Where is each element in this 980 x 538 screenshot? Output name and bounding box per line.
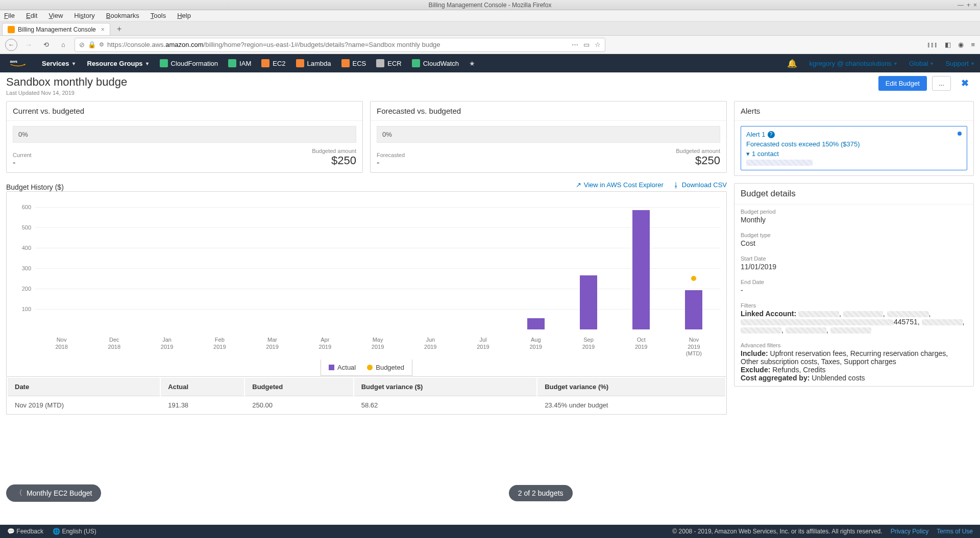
x-label: Dec2018 [88, 337, 140, 357]
aggregated-value: Cost aggregated by: Unblended costs [741, 374, 967, 382]
nav-shortcut-cloudformation[interactable]: CloudFormation [155, 59, 224, 67]
detail-value: 11/01/2019 [741, 263, 967, 271]
download-csv-link[interactable]: ⭳Download CSV [673, 181, 727, 189]
menu-file[interactable]: File [4, 12, 15, 19]
nav-shortcut-ec2[interactable]: EC2 [256, 59, 290, 67]
budgeted-value: $250 [676, 154, 720, 167]
table-cell: 191.38 [161, 397, 244, 413]
sidebar-icon[interactable]: ◧ [945, 41, 951, 48]
nav-home-button[interactable]: ⌂ [57, 39, 69, 51]
menu-bookmarks[interactable]: Bookmarks [106, 12, 139, 19]
budget-count: 2 of 2 budgets [509, 485, 573, 501]
svg-text:aws: aws [10, 59, 17, 64]
menu-tools[interactable]: Tools [151, 12, 166, 19]
forecast-label: Forecasted [377, 152, 405, 158]
table-cell: Nov 2019 (MTD) [8, 397, 160, 413]
current-value: - [13, 158, 32, 167]
x-label: Feb2019 [193, 337, 246, 357]
legend-budgeted: Budgeted [367, 364, 404, 371]
nav-shortcut-iam[interactable]: IAM [223, 59, 256, 67]
terms-link[interactable]: Terms of Use [937, 528, 973, 535]
x-label: Nov2018 [35, 337, 88, 357]
panel-title: Forecasted vs. budgeted [371, 101, 726, 121]
nav-pin-icon[interactable]: ★ [464, 60, 480, 67]
prev-budget-button[interactable]: 〈Monthly EC2 Budget [6, 484, 101, 502]
service-icon [261, 59, 270, 67]
privacy-link[interactable]: Privacy Policy [891, 528, 929, 535]
bar [580, 275, 597, 329]
reader-icon[interactable]: ▭ [583, 41, 590, 48]
window-maximize-icon[interactable]: + [967, 2, 970, 9]
x-label: Jan2019 [140, 337, 193, 357]
help-icon[interactable]: ? [768, 131, 775, 138]
detail-label: Budget type [741, 232, 967, 238]
nav-reload-button[interactable]: ⟲ [40, 39, 52, 51]
detail-label: Start Date [741, 255, 967, 262]
menu-edit[interactable]: Edit [26, 12, 37, 19]
detail-value: Monthly [741, 216, 967, 224]
bar [685, 290, 702, 329]
x-label: Mar2019 [246, 337, 299, 357]
library-icon[interactable]: ⫿⫿⫿ [927, 41, 938, 48]
table-header: Budget variance ($) [354, 378, 536, 396]
nav-account[interactable]: kgregory @ chariotsolutions▾ [803, 54, 903, 72]
bookmark-star-icon[interactable]: ☆ [595, 41, 601, 48]
edit-budget-button[interactable]: Edit Budget [878, 76, 927, 91]
alert-item[interactable]: Alert 1 ? Forecasted costs exceed 150% (… [741, 126, 967, 170]
nav-support[interactable]: Support▾ [939, 54, 980, 72]
nav-shortcut-cloudwatch[interactable]: CloudWatch [407, 59, 464, 67]
current-percent: 0% [13, 126, 356, 143]
permissions-icon: ⚙ [99, 41, 104, 48]
nav-back-button[interactable]: ← [5, 39, 17, 51]
new-tab-button[interactable]: + [113, 23, 126, 35]
detail-label: Advanced filters [741, 342, 967, 348]
more-actions-button[interactable]: ... [932, 76, 951, 91]
hamburger-icon[interactable]: ≡ [971, 41, 975, 48]
x-label: Jul2019 [457, 337, 509, 357]
service-icon [296, 59, 304, 67]
alert-contact-toggle[interactable]: ▾ 1 contact [746, 150, 962, 158]
history-title: Budget History ($) [6, 183, 64, 191]
nav-region[interactable]: Global▾ [903, 54, 940, 72]
browser-tab[interactable]: Billing Management Console × [2, 23, 110, 35]
budgeted-label: Budgeted amount [312, 148, 356, 154]
window-minimize-icon[interactable]: — [958, 2, 964, 9]
nav-shortcut-lambda[interactable]: Lambda [291, 59, 336, 67]
service-icon [412, 59, 420, 67]
forecast-percent: 0% [377, 126, 720, 143]
budget-details-panel: Budget details Budget periodMonthly Budg… [734, 183, 974, 387]
budget-pager: 〈Monthly EC2 Budget 2 of 2 budgets [0, 484, 980, 502]
current-vs-budgeted-panel: Current vs. budgeted 0% Current- Budgete… [6, 101, 363, 173]
window-title: Billing Management Console - Mozilla Fir… [429, 2, 552, 9]
menu-history[interactable]: History [74, 12, 94, 19]
feedback-link[interactable]: 💬 Feedback [7, 528, 43, 535]
x-label: Aug2019 [509, 337, 562, 357]
url-bar[interactable]: ⊘ 🔒 ⚙ https://console.aws.amazon.com/bil… [75, 38, 605, 52]
nav-shortcut-ecs[interactable]: ECS [336, 59, 372, 67]
table-header: Actual [161, 378, 244, 396]
tab-title: Billing Management Console [18, 26, 96, 33]
account-icon[interactable]: ◉ [958, 41, 964, 48]
page-header: Sandbox monthly budge Last Updated Nov 1… [0, 72, 980, 101]
nav-shortcut-ecr[interactable]: ECR [371, 59, 406, 67]
nav-services[interactable]: Services▾ [36, 54, 81, 72]
nav-notifications[interactable]: 🔔 [781, 54, 803, 72]
close-panel-icon[interactable]: ✖ [956, 75, 974, 91]
menu-help[interactable]: Help [177, 12, 191, 19]
aws-logo-icon[interactable]: aws [0, 58, 36, 69]
x-label: Oct2019 [615, 337, 668, 357]
linked-account-value: Linked Account: , , , 445751, , , , [741, 310, 967, 334]
detail-value: Cost [741, 239, 967, 247]
menu-view[interactable]: View [48, 12, 63, 19]
more-icon[interactable]: ⋯ [572, 41, 578, 48]
table-cell: 23.45% under budget [537, 397, 725, 413]
panel-title: Current vs. budgeted [7, 101, 362, 121]
aws-top-nav: aws Services▾ Resource Groups▾ CloudForm… [0, 54, 980, 72]
x-label: May2019 [351, 337, 404, 357]
nav-resource-groups[interactable]: Resource Groups▾ [81, 54, 155, 72]
nav-forward-button: → [22, 39, 35, 51]
language-selector[interactable]: 🌐 English (US) [53, 528, 96, 535]
window-close-icon[interactable]: × [973, 2, 977, 9]
tab-close-icon[interactable]: × [101, 26, 105, 33]
view-cost-explorer-link[interactable]: ↗View in AWS Cost Explorer [576, 181, 664, 189]
